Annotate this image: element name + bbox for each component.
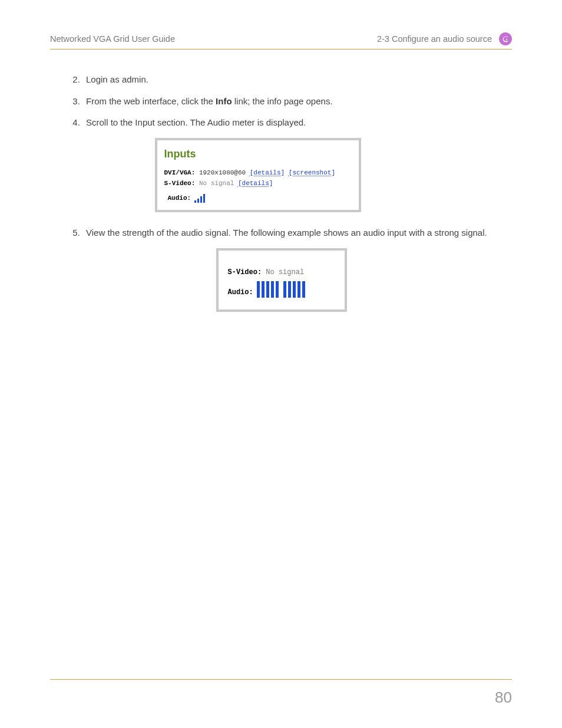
step-2: Login as admin. xyxy=(82,73,512,87)
header-left: Networked VGA Grid User Guide xyxy=(50,34,175,44)
brand-logo-icon xyxy=(499,32,512,45)
step-3-bold: Info xyxy=(216,96,232,106)
audio-meter-strong-icon xyxy=(257,280,305,298)
header-right: 2-3 Configure an audio source xyxy=(377,34,492,44)
audio-meter-icon xyxy=(194,193,205,203)
step-4-text: Scroll to the Input section. The Audio m… xyxy=(86,117,306,127)
step-3-text-c: link; the info page opens. xyxy=(232,96,333,106)
dvi-value: 1920x1080@60 xyxy=(199,169,246,176)
page-number: 80 xyxy=(495,689,512,707)
svideo-no-signal: No signal xyxy=(199,180,234,187)
svideo-row-2: S-Video: No signal xyxy=(228,267,335,278)
footer-rule xyxy=(50,679,512,680)
step-3: From the web interface, click the Info l… xyxy=(82,95,512,108)
figure-inputs-panel: Inputs DVI/VGA: 1920x1080@60 [details] [… xyxy=(155,138,361,213)
inputs-title: Inputs xyxy=(164,146,352,162)
figure-audio-strong: S-Video: No signal Audio: xyxy=(216,248,347,312)
step-2-text: Login as admin. xyxy=(86,74,148,84)
step-3-text-a: From the web interface, click the xyxy=(86,96,216,106)
dvi-details-link[interactable]: [details] xyxy=(250,169,285,176)
svideo-no-signal-2: No signal xyxy=(266,268,304,276)
step-5-text: View the strength of the audio signal. T… xyxy=(86,228,487,238)
step-5: View the strength of the audio signal. T… xyxy=(82,226,512,312)
svideo-details-link[interactable]: [details] xyxy=(238,180,273,187)
audio-label: Audio: xyxy=(168,193,191,203)
svideo-label: S-Video: xyxy=(164,180,196,187)
step-list: Login as admin. From the web interface, … xyxy=(82,73,512,312)
page-header: Networked VGA Grid User Guide 2-3 Config… xyxy=(50,32,512,50)
svideo-label-2: S-Video: xyxy=(228,268,262,276)
audio-row-2: Audio: xyxy=(228,280,335,298)
step-4: Scroll to the Input section. The Audio m… xyxy=(82,116,512,212)
dvi-row: DVI/VGA: 1920x1080@60 [details] [screens… xyxy=(164,168,352,178)
dvi-label: DVI/VGA: xyxy=(164,169,196,176)
audio-label-2: Audio: xyxy=(228,287,253,298)
audio-row: Audio: xyxy=(168,193,352,203)
svideo-row: S-Video: No signal [details] xyxy=(164,179,352,189)
dvi-screenshot-link[interactable]: [screenshot] xyxy=(289,169,335,176)
